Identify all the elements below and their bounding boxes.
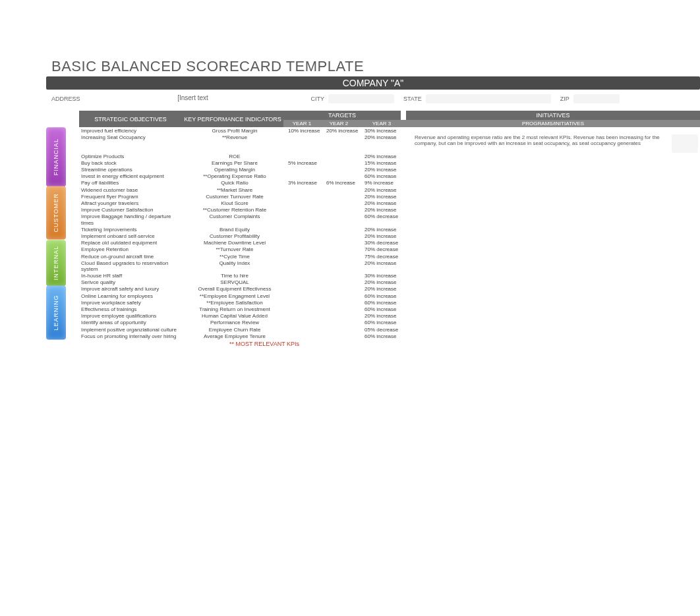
table-row: Replace old outdated equipmentMachiene D… <box>79 240 700 246</box>
cell-year3: 20% increase <box>363 194 413 200</box>
table-row: Improved fuel efficiencyGross Profit Mar… <box>79 127 700 134</box>
cell-objective: Increasing Seat Occupancy <box>79 134 183 140</box>
section-learning: LEARNINGImprove aircraft safety and luxu… <box>46 286 700 340</box>
category-tab-customer: CUSTOMER <box>46 186 66 240</box>
cell-kpi: Operating Margin <box>183 167 286 173</box>
company-bar: COMPANY "A" <box>46 76 700 90</box>
cell-year3: 20% increase <box>363 286 413 292</box>
table-row: Effectivness of trainingsTraining Return… <box>79 306 700 313</box>
table-row: Improve workplace safety**Employee Satis… <box>79 299 700 306</box>
cell-objective: Ticketing Improvements <box>79 227 183 233</box>
cell-year3: 05% decrease <box>363 327 413 333</box>
table-row: Improve employee qualificationsHuman Cap… <box>79 313 700 320</box>
cell-kpi: Average Employee Tenure <box>183 333 286 339</box>
cell-kpi: Klout Score <box>183 200 286 206</box>
cell-objective: Pay off liabilities <box>79 180 183 186</box>
table-row: Optimize ProductsROE20% increase <box>79 153 700 159</box>
cell-year3: 20% increase <box>363 227 413 233</box>
category-tab-internal: INTERNAL <box>46 240 66 286</box>
zip-label: ZIP <box>560 96 569 102</box>
cell-kpi: Time to hire <box>183 273 286 279</box>
cell-year3: 70% decrease <box>363 246 413 252</box>
header-targets: TARGETS <box>283 111 401 120</box>
cell-year3: 60% increase <box>363 333 413 339</box>
cell-objective: Buy back stock <box>79 160 183 166</box>
header-initiatives: INITIATIVES <box>406 111 700 120</box>
cell-objective: Employee Retention <box>79 246 183 252</box>
section-internal: INTERNALReplace old outdated equipmentMa… <box>46 240 700 286</box>
cell-objective: Cloud Based upgrades to reservation syst… <box>79 260 183 272</box>
cell-kpi: Customer Complaints <box>183 213 286 219</box>
header-year2: YEAR 2 <box>320 120 357 127</box>
cell-objective: Improve workplace safety <box>79 300 183 306</box>
cell-kpi: **Market Share <box>183 187 286 193</box>
cell-year3: 20% increase <box>363 207 413 213</box>
cell-year3: 20% increase <box>363 200 413 206</box>
cell-objective: Implement positive organziational cultur… <box>79 327 183 333</box>
address-field[interactable]: [Insert text <box>84 94 302 103</box>
cell-year3: 15% increase <box>363 160 413 166</box>
cell-kpi: Overall Equipment Effectivness <box>183 286 286 292</box>
zip-field[interactable] <box>573 94 620 103</box>
cell-year3: 60% decrease <box>363 213 413 219</box>
category-tab-financial: FINANCIAL <box>46 127 66 186</box>
cell-year3: 20% increase <box>363 233 413 239</box>
table-row: Improve aircraft safety and luxuryOveral… <box>79 286 700 293</box>
address-label: ADDRESS <box>51 96 80 102</box>
footer-note: ** MOST RELEVANT KPIs <box>229 341 700 347</box>
cell-kpi: Gross Profit Margin <box>183 128 286 134</box>
cell-objective: Effectivness of trainings <box>79 306 183 312</box>
cell-year3: 20% increase <box>363 134 413 140</box>
header-strategic: STRATEGIC OBJECTIVES <box>79 111 182 127</box>
cell-objective: Serivce quality <box>79 279 183 285</box>
cell-objective: Streamline operations <box>79 167 183 173</box>
cell-kpi: Training Return on Investment <box>183 306 286 312</box>
cell-kpi: ROE <box>183 154 286 159</box>
cell-objective: Replace old outdated equipment <box>79 240 183 246</box>
table-row: Focus on promoting internally over hirin… <box>79 333 700 339</box>
cell-kpi: Quality Index <box>183 260 286 266</box>
cell-year3: 20% increase <box>363 279 413 285</box>
cell-objective: Focus on promoting internally over hirin… <box>79 333 183 339</box>
cell-objective: Freuquent flyer Program <box>79 194 183 200</box>
table-row: Serivce qualitySERVQUAL20% increase <box>79 279 700 286</box>
cell-year3: 20% increase <box>363 154 413 159</box>
cell-kpi: **Revenue <box>183 134 286 140</box>
cell-objective: Attract younger travelers <box>79 200 183 206</box>
cell-kpi: Machiene Downtime Level <box>183 240 286 246</box>
table-row: Employee Retention**Turnover Rate70% dec… <box>79 246 700 253</box>
city-field[interactable] <box>328 94 394 103</box>
cell-kpi: SERVQUAL <box>183 279 286 285</box>
table-row: Online Learning for employees**Employee … <box>79 293 700 299</box>
table-row: Pay off liabilitiesQuick Ratio3% increas… <box>79 180 700 186</box>
cell-year3: 60% increase <box>363 300 413 306</box>
cell-kpi: **Employee Engagment Level <box>183 293 286 299</box>
table-row: Buy back stockEarnings Per Share5% incre… <box>79 159 700 166</box>
cell-objective: Invest in energy efficient equipment <box>79 173 183 179</box>
cell-year3: 20% increase <box>363 187 413 193</box>
cell-kpi: Human Capital Value Added <box>183 313 286 319</box>
section-financial: FINANCIALImproved fuel efficiencyGross P… <box>46 127 700 186</box>
cell-year3: 60% increase <box>363 320 413 325</box>
state-field[interactable] <box>426 94 551 103</box>
table-row: Identify areas of opportunityPerformance… <box>79 320 700 326</box>
category-tab-learning: LEARNING <box>46 286 66 340</box>
page-title: BASIC BALANCED SCORECARD TEMPLATE <box>51 58 364 75</box>
table-row: Implement onboard self-serviceCustomer P… <box>79 233 700 239</box>
cell-year1: 3% increase <box>286 180 324 186</box>
cell-kpi: **Customer Retention Rate <box>183 207 286 213</box>
cell-objective: Online Learning for employees <box>79 293 183 299</box>
header-year1: YEAR 1 <box>283 120 320 127</box>
table-row: Ticketing ImprovementsBrand Equity20% in… <box>79 226 700 233</box>
cell-initiative: Revenue and operating expense ratio are … <box>413 134 700 153</box>
cell-year2: 6% increase <box>324 180 363 186</box>
table-row: Invest in energy efficient equipment**Op… <box>79 173 700 180</box>
cell-objective: Improve Customer Satisfaction <box>79 207 183 213</box>
table-row: Increasing Seat Occupancy**Revenue20% in… <box>79 134 700 153</box>
cell-kpi: Customer Profitability <box>183 233 286 239</box>
cell-year3: 60% increase <box>363 306 413 312</box>
header-programs: PROGRAMS/INITIATIVES <box>406 120 700 127</box>
cell-year3: 20% increase <box>363 313 413 319</box>
cell-kpi: Performance Review <box>183 320 286 325</box>
cell-year3: 20% increase <box>363 167 413 173</box>
